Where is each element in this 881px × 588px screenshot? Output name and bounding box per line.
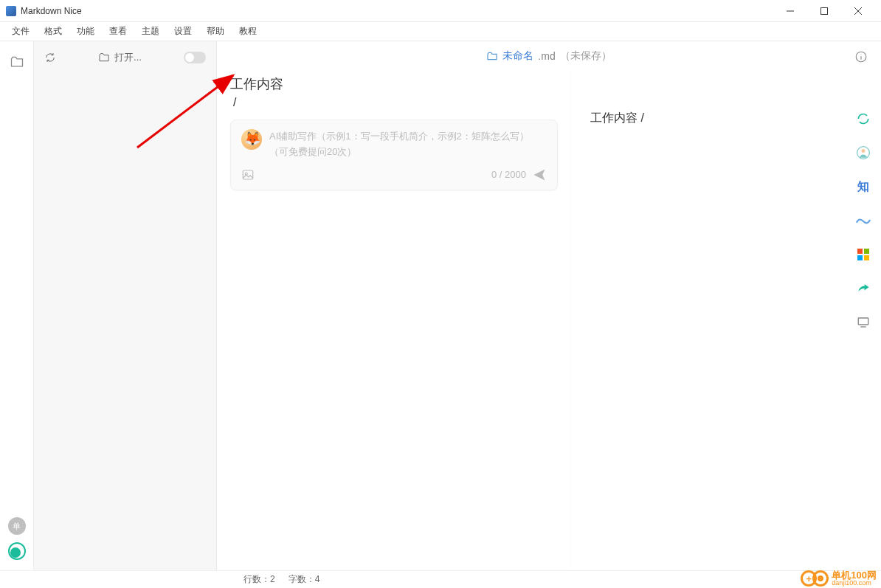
watermark-logo-icon	[801, 570, 829, 587]
file-folder-icon	[486, 50, 498, 62]
editor-heading: 工作内容	[230, 75, 558, 93]
maximize-button[interactable]	[807, 0, 841, 22]
wave-icon[interactable]	[855, 212, 871, 229]
info-icon[interactable]	[854, 50, 868, 63]
badge-dan[interactable]: 单	[8, 517, 26, 535]
titlebar: Markdown Nice	[0, 0, 881, 22]
share-icon[interactable]	[855, 280, 871, 297]
toggle-switch[interactable]	[184, 52, 206, 63]
file-name: 未命名	[502, 49, 533, 63]
close-button[interactable]	[841, 0, 875, 22]
svg-rect-14	[864, 255, 869, 260]
preview-text: 工作内容 /	[590, 111, 826, 126]
badge-status[interactable]	[8, 542, 26, 560]
svg-rect-1	[821, 7, 828, 14]
statusbar: 行数：2 字数：4	[0, 570, 881, 588]
status-chars: 字数：4	[289, 573, 320, 586]
menu-tutorial[interactable]: 教程	[232, 24, 264, 39]
preview-column: 工作内容 /	[571, 71, 846, 570]
open-label: 打开...	[114, 51, 142, 64]
char-counter: 0 / 2000	[491, 169, 526, 180]
file-ext: .md	[538, 50, 555, 62]
svg-rect-7	[243, 170, 253, 179]
editor-column[interactable]: 工作内容 / AI辅助写作（示例1：写一段手机简介，示例2：矩阵怎么写）（可免费…	[217, 71, 571, 570]
menu-help[interactable]: 帮助	[199, 24, 232, 39]
menu-settings[interactable]: 设置	[167, 24, 199, 39]
menubar: 文件 格式 功能 查看 主题 设置 帮助 教程	[0, 22, 881, 41]
open-button[interactable]: 打开...	[98, 51, 142, 64]
right-rail: 知	[846, 71, 881, 570]
send-icon[interactable]	[532, 167, 547, 182]
ai-placeholder[interactable]: AI辅助写作（示例1：写一段手机简介，示例2：矩阵怎么写）（可免费提问20次）	[269, 129, 547, 160]
watermark-url: danji100.com	[832, 580, 877, 587]
monitor-icon[interactable]	[855, 314, 871, 331]
folder-icon[interactable]	[10, 55, 24, 69]
ai-input-box: AI辅助写作（示例1：写一段手机简介，示例2：矩阵怎么写）（可免费提问20次） …	[230, 120, 558, 190]
open-folder-icon	[98, 52, 110, 63]
menu-view[interactable]: 查看	[102, 24, 134, 39]
app-title: Markdown Nice	[21, 6, 773, 16]
zhihu-icon[interactable]: 知	[855, 179, 871, 195]
file-header: 未命名.md （未保存）	[217, 41, 881, 71]
app-icon	[6, 6, 16, 16]
svg-point-10	[862, 149, 866, 153]
status-lines: 行数：2	[243, 573, 275, 586]
editor-body: 工作内容 / AI辅助写作（示例1：写一段手机简介，示例2：矩阵怎么写）（可免费…	[217, 71, 881, 570]
refresh-icon[interactable]	[44, 52, 56, 63]
menu-theme[interactable]: 主题	[134, 24, 167, 39]
sidebar: 打开...	[34, 41, 217, 570]
menu-format[interactable]: 格式	[37, 24, 69, 39]
editor-cursor-line: /	[233, 96, 558, 109]
avatar-icon[interactable]	[855, 145, 871, 161]
svg-rect-13	[857, 255, 863, 260]
microsoft-icon[interactable]	[855, 246, 871, 263]
left-rail: 单	[0, 41, 34, 570]
svg-rect-15	[858, 318, 868, 325]
svg-rect-12	[864, 249, 869, 254]
editor-pane: 未命名.md （未保存） 工作内容 / AI辅助写作（示例1：写一段手机简介，示…	[217, 41, 881, 570]
menu-function[interactable]: 功能	[69, 24, 102, 39]
sync-icon[interactable]	[855, 111, 871, 127]
svg-rect-11	[857, 249, 863, 254]
ai-avatar-icon	[241, 129, 262, 150]
content-area: 单 打开... 未命名.md （未保存） 工作内容 /	[0, 41, 881, 570]
watermark: 单机100网 danji100.com	[801, 570, 877, 587]
menu-file[interactable]: 文件	[4, 24, 37, 39]
minimize-button[interactable]	[773, 0, 807, 22]
file-status: （未保存）	[560, 49, 612, 63]
window-controls	[773, 0, 875, 22]
image-icon[interactable]	[241, 168, 255, 181]
sidebar-toolbar: 打开...	[34, 41, 216, 74]
